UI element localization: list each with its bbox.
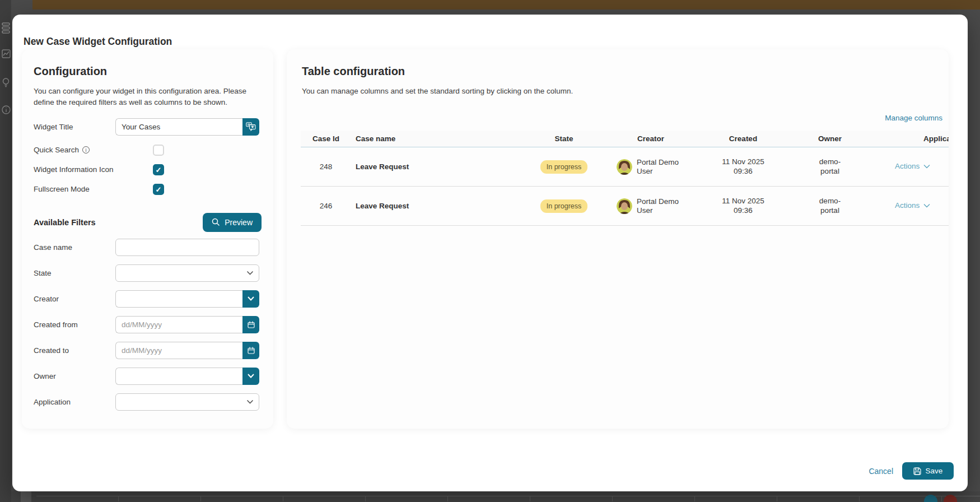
search-icon xyxy=(212,218,220,226)
calendar-icon xyxy=(248,321,255,328)
filter-row: Created from xyxy=(34,316,262,333)
filter-row: Created to xyxy=(34,342,262,359)
widget-configuration-dialog: New Case Widget Configuration Configurat… xyxy=(12,15,968,491)
filter-picker-input[interactable] xyxy=(115,290,242,308)
cell-case-id: 248 xyxy=(301,162,351,171)
cell-creator: Portal Demo User xyxy=(603,197,698,215)
calendar-button[interactable] xyxy=(242,316,259,333)
filter-date xyxy=(115,316,259,333)
lightbulb-icon xyxy=(2,77,10,87)
filter-label: Owner xyxy=(34,368,115,380)
column-header-case-id[interactable]: Case Id xyxy=(301,134,351,143)
toggle-label: Quick Search xyxy=(34,146,79,154)
filter-row: Application xyxy=(34,393,262,411)
filter-text-input[interactable] xyxy=(115,239,259,256)
background-sidebar xyxy=(0,0,11,502)
cell-owner: demo-portal xyxy=(815,197,844,215)
column-header-application[interactable]: Application xyxy=(872,134,949,143)
toggle-label: Fullscreen Mode xyxy=(34,185,90,193)
actions-label: Actions xyxy=(895,162,920,170)
table-row[interactable]: 248 Leave Request In progress Portal Dem… xyxy=(301,147,949,187)
filter-picker-input[interactable] xyxy=(115,368,242,385)
widget-title-input[interactable] xyxy=(115,118,242,136)
filter-label: Created to xyxy=(34,342,115,355)
cell-created: 11 Nov 2025 09:36 xyxy=(720,157,767,175)
column-header-case-name[interactable]: Case name xyxy=(351,134,525,143)
filter-select-value[interactable] xyxy=(115,264,259,282)
widget-title-label: Widget Title xyxy=(34,118,115,131)
filter-row: State xyxy=(34,264,262,282)
picker-dropdown-button[interactable] xyxy=(242,368,259,385)
actions-label: Actions xyxy=(895,201,920,210)
filter-select-value[interactable] xyxy=(115,393,259,411)
row-actions-menu[interactable]: Actions xyxy=(895,201,930,210)
chevron-down-icon xyxy=(247,296,255,301)
avatar xyxy=(617,159,632,175)
column-header-state[interactable]: State xyxy=(525,134,603,143)
row-actions-menu[interactable]: Actions xyxy=(895,162,930,170)
chevron-down-icon xyxy=(923,164,930,169)
column-header-created[interactable]: Created xyxy=(698,134,788,143)
date-input[interactable] xyxy=(115,342,242,359)
filter-label: Case name xyxy=(34,239,115,252)
manage-columns-link[interactable]: Manage columns xyxy=(885,114,942,122)
background-grid xyxy=(36,496,980,501)
save-icon xyxy=(913,467,921,475)
filter-label: Created from xyxy=(34,316,115,329)
picker-dropdown-button[interactable] xyxy=(242,290,259,308)
filter-row: Creator xyxy=(34,290,262,308)
background-table xyxy=(11,491,980,502)
filter-date xyxy=(115,342,259,359)
table-header-row: Case IdCase nameStateCreatorCreatedOwner… xyxy=(301,131,949,147)
cell-creator: Portal Demo User xyxy=(603,158,698,175)
creator-name: Portal Demo User xyxy=(637,197,685,215)
calendar-button[interactable] xyxy=(242,342,259,359)
status-badge: In progress xyxy=(540,199,588,213)
filters-list: Case name State Creator Created from xyxy=(34,239,262,411)
toggle-row: Fullscreen Mode ✓ xyxy=(34,184,262,195)
filter-picker xyxy=(115,290,259,308)
list-icon xyxy=(2,22,11,35)
chevron-down-icon xyxy=(247,373,255,379)
background-topbar xyxy=(32,0,980,10)
checkbox[interactable]: ✓ xyxy=(153,184,164,195)
table-configuration-heading: Table configuration xyxy=(302,65,949,78)
preview-button[interactable]: Preview xyxy=(203,213,262,232)
creator-name: Portal Demo User xyxy=(637,158,685,175)
filter-row: Owner xyxy=(34,368,262,385)
filter-label: Creator xyxy=(34,290,115,303)
chevron-down-icon xyxy=(246,271,254,276)
save-button[interactable]: Save xyxy=(902,462,954,480)
filter-label: Application xyxy=(34,393,115,406)
table-row[interactable]: 246 Leave Request In progress Portal Dem… xyxy=(301,187,949,226)
date-input[interactable] xyxy=(115,316,242,333)
cancel-button[interactable]: Cancel xyxy=(869,467,893,476)
filter-select[interactable] xyxy=(115,264,259,282)
status-badge: In progress xyxy=(540,160,588,174)
cell-case-id: 246 xyxy=(301,202,351,210)
info-icon: i xyxy=(82,146,90,154)
column-header-owner[interactable]: Owner xyxy=(788,134,872,143)
preview-table: Case IdCase nameStateCreatorCreatedOwner… xyxy=(301,131,949,226)
cell-owner: demo-portal xyxy=(815,157,844,175)
translate-icon xyxy=(246,122,256,131)
filter-select[interactable] xyxy=(115,393,259,411)
toggle-row: Widget Information Icon ✓ xyxy=(34,164,262,175)
avatar xyxy=(617,198,632,214)
info-icon xyxy=(2,105,11,114)
checkbox[interactable]: ✓ xyxy=(153,145,164,156)
cell-case-name: Leave Request xyxy=(351,162,525,171)
table-configuration-description: You can manage columns and set the stand… xyxy=(302,86,949,97)
toggles: Quick Searchi ✓ Widget Information Icon … xyxy=(34,145,262,195)
available-filters-row: Available Filters Preview xyxy=(34,213,262,232)
chevron-down-icon xyxy=(246,399,254,405)
calendar-icon xyxy=(248,347,255,354)
checkbox[interactable]: ✓ xyxy=(153,164,164,175)
configuration-panel: Configuration You can configure your wid… xyxy=(22,49,273,429)
cell-case-name: Leave Request xyxy=(351,202,525,210)
translate-button[interactable] xyxy=(242,118,259,136)
toggle-row: Quick Searchi ✓ xyxy=(34,145,262,156)
column-header-creator[interactable]: Creator xyxy=(603,134,698,143)
table-configuration-panel: Table configuration You can manage colum… xyxy=(287,49,949,429)
chart-icon xyxy=(2,49,11,58)
